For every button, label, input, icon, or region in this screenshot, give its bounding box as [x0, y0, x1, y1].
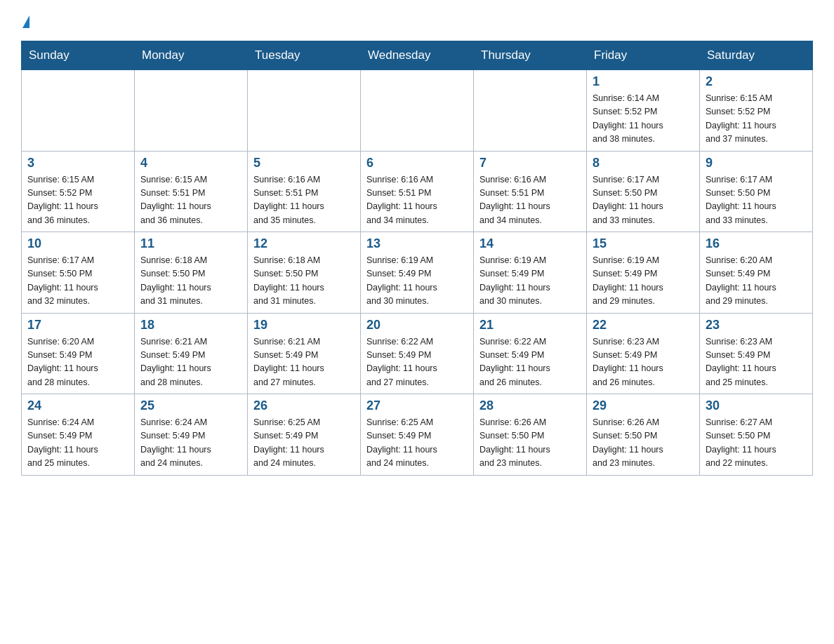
day-info: Sunrise: 6:19 AM Sunset: 5:49 PM Dayligh…	[366, 254, 468, 309]
day-number: 3	[27, 156, 128, 170]
calendar-cell	[22, 70, 135, 152]
day-info: Sunrise: 6:18 AM Sunset: 5:50 PM Dayligh…	[140, 254, 241, 309]
day-info: Sunrise: 6:22 AM Sunset: 5:49 PM Dayligh…	[479, 335, 581, 390]
calendar-week-row: 10Sunrise: 6:17 AM Sunset: 5:50 PM Dayli…	[22, 232, 813, 314]
day-info: Sunrise: 6:14 AM Sunset: 5:52 PM Dayligh…	[593, 92, 694, 147]
day-info: Sunrise: 6:23 AM Sunset: 5:49 PM Dayligh…	[706, 335, 807, 390]
logo-arrow-icon	[22, 15, 29, 28]
calendar-week-row: 1Sunrise: 6:14 AM Sunset: 5:52 PM Daylig…	[22, 70, 813, 152]
day-info: Sunrise: 6:22 AM Sunset: 5:49 PM Dayligh…	[366, 335, 468, 390]
calendar-cell: 7Sunrise: 6:16 AM Sunset: 5:51 PM Daylig…	[474, 151, 587, 232]
calendar-cell: 27Sunrise: 6:25 AM Sunset: 5:49 PM Dayli…	[361, 394, 474, 476]
calendar-cell: 5Sunrise: 6:16 AM Sunset: 5:51 PM Daylig…	[248, 151, 361, 232]
logo-general-text	[21, 17, 29, 29]
calendar-week-row: 17Sunrise: 6:20 AM Sunset: 5:49 PM Dayli…	[22, 313, 813, 394]
day-info: Sunrise: 6:26 AM Sunset: 5:50 PM Dayligh…	[593, 416, 694, 471]
day-number: 19	[253, 318, 355, 333]
day-number: 27	[366, 398, 468, 413]
calendar-cell: 3Sunrise: 6:15 AM Sunset: 5:52 PM Daylig…	[22, 151, 135, 232]
day-info: Sunrise: 6:21 AM Sunset: 5:49 PM Dayligh…	[253, 335, 355, 390]
day-number: 24	[27, 398, 128, 413]
day-number: 2	[706, 74, 807, 89]
calendar-cell: 19Sunrise: 6:21 AM Sunset: 5:49 PM Dayli…	[248, 313, 361, 394]
day-number: 6	[366, 156, 468, 170]
day-info: Sunrise: 6:19 AM Sunset: 5:49 PM Dayligh…	[593, 254, 694, 309]
day-number: 10	[27, 236, 128, 251]
day-info: Sunrise: 6:27 AM Sunset: 5:50 PM Dayligh…	[706, 416, 807, 471]
day-number: 16	[706, 236, 807, 251]
calendar-cell: 23Sunrise: 6:23 AM Sunset: 5:49 PM Dayli…	[700, 313, 813, 394]
calendar-cell: 10Sunrise: 6:17 AM Sunset: 5:50 PM Dayli…	[22, 232, 135, 314]
calendar-cell: 8Sunrise: 6:17 AM Sunset: 5:50 PM Daylig…	[587, 151, 700, 232]
weekday-header-friday: Friday	[587, 41, 700, 70]
day-info: Sunrise: 6:15 AM Sunset: 5:52 PM Dayligh…	[27, 173, 128, 228]
day-info: Sunrise: 6:16 AM Sunset: 5:51 PM Dayligh…	[253, 173, 355, 228]
day-info: Sunrise: 6:24 AM Sunset: 5:49 PM Dayligh…	[27, 416, 128, 471]
day-info: Sunrise: 6:15 AM Sunset: 5:52 PM Dayligh…	[706, 92, 807, 147]
day-number: 7	[479, 156, 581, 170]
day-info: Sunrise: 6:24 AM Sunset: 5:49 PM Dayligh…	[140, 416, 241, 471]
calendar-cell	[135, 70, 248, 152]
weekday-header-sunday: Sunday	[22, 41, 135, 70]
day-info: Sunrise: 6:21 AM Sunset: 5:49 PM Dayligh…	[140, 335, 241, 390]
weekday-header-tuesday: Tuesday	[248, 41, 361, 70]
logo	[21, 14, 29, 29]
day-info: Sunrise: 6:19 AM Sunset: 5:49 PM Dayligh…	[479, 254, 581, 309]
day-info: Sunrise: 6:20 AM Sunset: 5:49 PM Dayligh…	[27, 335, 128, 390]
calendar-cell: 4Sunrise: 6:15 AM Sunset: 5:51 PM Daylig…	[135, 151, 248, 232]
day-info: Sunrise: 6:25 AM Sunset: 5:49 PM Dayligh…	[253, 416, 355, 471]
day-info: Sunrise: 6:15 AM Sunset: 5:51 PM Dayligh…	[140, 173, 241, 228]
calendar-cell: 16Sunrise: 6:20 AM Sunset: 5:49 PM Dayli…	[700, 232, 813, 314]
page-header	[21, 14, 813, 29]
calendar-cell: 26Sunrise: 6:25 AM Sunset: 5:49 PM Dayli…	[248, 394, 361, 476]
day-number: 21	[479, 318, 581, 333]
calendar-cell: 21Sunrise: 6:22 AM Sunset: 5:49 PM Dayli…	[474, 313, 587, 394]
calendar-cell: 17Sunrise: 6:20 AM Sunset: 5:49 PM Dayli…	[22, 313, 135, 394]
calendar-cell: 20Sunrise: 6:22 AM Sunset: 5:49 PM Dayli…	[361, 313, 474, 394]
day-number: 25	[140, 398, 241, 413]
day-info: Sunrise: 6:25 AM Sunset: 5:49 PM Dayligh…	[366, 416, 468, 471]
calendar-cell	[361, 70, 474, 152]
calendar-cell: 1Sunrise: 6:14 AM Sunset: 5:52 PM Daylig…	[587, 70, 700, 152]
weekday-header-saturday: Saturday	[700, 41, 813, 70]
day-number: 26	[253, 398, 355, 413]
day-info: Sunrise: 6:18 AM Sunset: 5:50 PM Dayligh…	[253, 254, 355, 309]
calendar-cell: 9Sunrise: 6:17 AM Sunset: 5:50 PM Daylig…	[700, 151, 813, 232]
day-info: Sunrise: 6:26 AM Sunset: 5:50 PM Dayligh…	[479, 416, 581, 471]
day-info: Sunrise: 6:17 AM Sunset: 5:50 PM Dayligh…	[593, 173, 694, 228]
day-info: Sunrise: 6:20 AM Sunset: 5:49 PM Dayligh…	[706, 254, 807, 309]
weekday-header-wednesday: Wednesday	[361, 41, 474, 70]
calendar-cell: 14Sunrise: 6:19 AM Sunset: 5:49 PM Dayli…	[474, 232, 587, 314]
day-info: Sunrise: 6:23 AM Sunset: 5:49 PM Dayligh…	[593, 335, 694, 390]
calendar-week-row: 24Sunrise: 6:24 AM Sunset: 5:49 PM Dayli…	[22, 394, 813, 476]
day-number: 28	[479, 398, 581, 413]
calendar-cell: 24Sunrise: 6:24 AM Sunset: 5:49 PM Dayli…	[22, 394, 135, 476]
day-number: 22	[593, 318, 694, 333]
day-number: 18	[140, 318, 241, 333]
day-number: 11	[140, 236, 241, 251]
day-info: Sunrise: 6:16 AM Sunset: 5:51 PM Dayligh…	[366, 173, 468, 228]
day-info: Sunrise: 6:17 AM Sunset: 5:50 PM Dayligh…	[27, 254, 128, 309]
day-number: 12	[253, 236, 355, 251]
calendar-cell: 13Sunrise: 6:19 AM Sunset: 5:49 PM Dayli…	[361, 232, 474, 314]
day-number: 1	[593, 74, 694, 89]
calendar-cell: 29Sunrise: 6:26 AM Sunset: 5:50 PM Dayli…	[587, 394, 700, 476]
weekday-header-thursday: Thursday	[474, 41, 587, 70]
calendar-cell: 12Sunrise: 6:18 AM Sunset: 5:50 PM Dayli…	[248, 232, 361, 314]
day-number: 13	[366, 236, 468, 251]
calendar-cell: 30Sunrise: 6:27 AM Sunset: 5:50 PM Dayli…	[700, 394, 813, 476]
weekday-header-row: SundayMondayTuesdayWednesdayThursdayFrid…	[22, 41, 813, 70]
calendar-cell: 28Sunrise: 6:26 AM Sunset: 5:50 PM Dayli…	[474, 394, 587, 476]
calendar-cell: 2Sunrise: 6:15 AM Sunset: 5:52 PM Daylig…	[700, 70, 813, 152]
calendar-cell: 15Sunrise: 6:19 AM Sunset: 5:49 PM Dayli…	[587, 232, 700, 314]
calendar-cell: 25Sunrise: 6:24 AM Sunset: 5:49 PM Dayli…	[135, 394, 248, 476]
weekday-header-monday: Monday	[135, 41, 248, 70]
day-number: 17	[27, 318, 128, 333]
day-number: 20	[366, 318, 468, 333]
day-number: 14	[479, 236, 581, 251]
day-number: 5	[253, 156, 355, 170]
calendar-cell	[248, 70, 361, 152]
day-number: 30	[706, 398, 807, 413]
calendar-cell: 6Sunrise: 6:16 AM Sunset: 5:51 PM Daylig…	[361, 151, 474, 232]
day-info: Sunrise: 6:17 AM Sunset: 5:50 PM Dayligh…	[706, 173, 807, 228]
